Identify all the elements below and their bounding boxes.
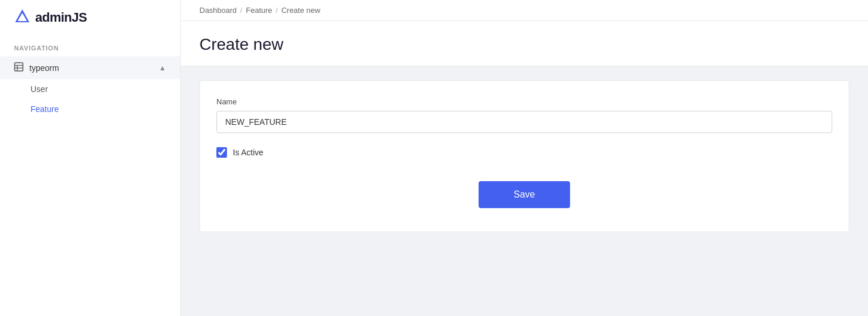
breadcrumb-sep-1: /: [240, 6, 243, 15]
breadcrumb-dashboard[interactable]: Dashboard: [199, 6, 237, 15]
is-active-field: Is Active: [216, 147, 832, 158]
sidebar-item-typeorm[interactable]: typeorm ▲: [0, 56, 180, 79]
is-active-checkbox[interactable]: [216, 147, 227, 158]
logo-icon: [14, 8, 30, 27]
sidebar-subitem-user-label: User: [30, 84, 48, 94]
table-icon: [14, 62, 23, 73]
main-content: Dashboard / Feature / Create new Create …: [181, 0, 868, 316]
breadcrumb-feature[interactable]: Feature: [246, 6, 272, 15]
svg-rect-2: [15, 63, 23, 71]
form-card: Name Is Active Save: [199, 80, 849, 232]
sidebar-item-feature[interactable]: Feature: [0, 99, 180, 119]
breadcrumb-sep-2: /: [276, 6, 278, 15]
is-active-label: Is Active: [233, 148, 263, 157]
page-header: Create new: [181, 21, 868, 66]
sidebar: adminJS NAVIGATION typeorm ▲ User Featur…: [0, 0, 181, 316]
page-title: Create new: [199, 35, 849, 54]
chevron-up-icon: ▲: [159, 64, 166, 72]
sidebar-subitem-feature-label: Feature: [30, 104, 59, 114]
logo: adminJS: [0, 0, 180, 35]
sidebar-item-user[interactable]: User: [0, 79, 180, 99]
nav-section-label: NAVIGATION: [0, 35, 180, 56]
name-input[interactable]: [216, 111, 832, 133]
form-footer: Save: [216, 181, 832, 208]
save-button[interactable]: Save: [479, 181, 570, 208]
logo-text: adminJS: [35, 10, 87, 25]
breadcrumb-create-new: Create new: [282, 6, 320, 15]
breadcrumb: Dashboard / Feature / Create new: [181, 0, 868, 21]
sidebar-item-typeorm-label: typeorm: [29, 63, 59, 73]
name-label: Name: [216, 97, 832, 106]
name-field: Name: [216, 97, 832, 133]
